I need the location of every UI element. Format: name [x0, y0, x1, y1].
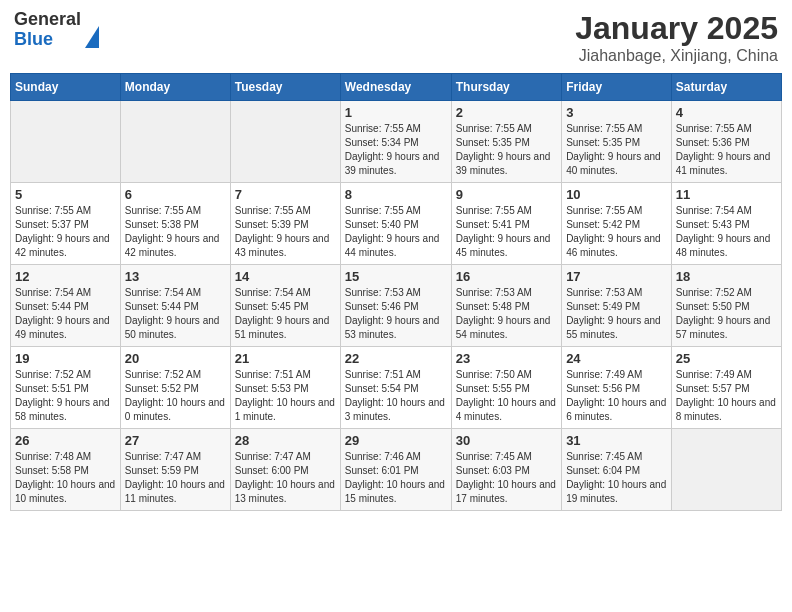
- day-number: 17: [566, 269, 667, 284]
- day-number: 7: [235, 187, 336, 202]
- day-cell: 11Sunrise: 7:54 AMSunset: 5:43 PMDayligh…: [671, 183, 781, 265]
- day-number: 26: [15, 433, 116, 448]
- day-cell: 8Sunrise: 7:55 AMSunset: 5:40 PMDaylight…: [340, 183, 451, 265]
- day-number: 10: [566, 187, 667, 202]
- day-cell: [120, 101, 230, 183]
- weekday-header-saturday: Saturday: [671, 74, 781, 101]
- day-number: 30: [456, 433, 557, 448]
- day-cell: 17Sunrise: 7:53 AMSunset: 5:49 PMDayligh…: [562, 265, 672, 347]
- day-number: 1: [345, 105, 447, 120]
- day-info: Sunrise: 7:51 AMSunset: 5:53 PMDaylight:…: [235, 368, 336, 424]
- day-info: Sunrise: 7:53 AMSunset: 5:46 PMDaylight:…: [345, 286, 447, 342]
- weekday-header-wednesday: Wednesday: [340, 74, 451, 101]
- day-info: Sunrise: 7:55 AMSunset: 5:36 PMDaylight:…: [676, 122, 777, 178]
- day-info: Sunrise: 7:55 AMSunset: 5:41 PMDaylight:…: [456, 204, 557, 260]
- day-number: 12: [15, 269, 116, 284]
- day-number: 23: [456, 351, 557, 366]
- day-cell: 16Sunrise: 7:53 AMSunset: 5:48 PMDayligh…: [451, 265, 561, 347]
- day-number: 25: [676, 351, 777, 366]
- logo: General Blue: [14, 10, 99, 50]
- day-cell: 28Sunrise: 7:47 AMSunset: 6:00 PMDayligh…: [230, 429, 340, 511]
- day-info: Sunrise: 7:54 AMSunset: 5:43 PMDaylight:…: [676, 204, 777, 260]
- week-row-5: 26Sunrise: 7:48 AMSunset: 5:58 PMDayligh…: [11, 429, 782, 511]
- calendar-title: January 2025: [575, 10, 778, 47]
- day-info: Sunrise: 7:47 AMSunset: 6:00 PMDaylight:…: [235, 450, 336, 506]
- day-info: Sunrise: 7:55 AMSunset: 5:37 PMDaylight:…: [15, 204, 116, 260]
- day-cell: 5Sunrise: 7:55 AMSunset: 5:37 PMDaylight…: [11, 183, 121, 265]
- day-number: 4: [676, 105, 777, 120]
- day-cell: [11, 101, 121, 183]
- day-number: 28: [235, 433, 336, 448]
- calendar-header: SundayMondayTuesdayWednesdayThursdayFrid…: [11, 74, 782, 101]
- day-info: Sunrise: 7:45 AMSunset: 6:03 PMDaylight:…: [456, 450, 557, 506]
- day-cell: 19Sunrise: 7:52 AMSunset: 5:51 PMDayligh…: [11, 347, 121, 429]
- day-cell: 14Sunrise: 7:54 AMSunset: 5:45 PMDayligh…: [230, 265, 340, 347]
- day-info: Sunrise: 7:49 AMSunset: 5:57 PMDaylight:…: [676, 368, 777, 424]
- day-cell: 10Sunrise: 7:55 AMSunset: 5:42 PMDayligh…: [562, 183, 672, 265]
- day-number: 21: [235, 351, 336, 366]
- day-number: 11: [676, 187, 777, 202]
- day-number: 31: [566, 433, 667, 448]
- day-cell: 1Sunrise: 7:55 AMSunset: 5:34 PMDaylight…: [340, 101, 451, 183]
- day-number: 16: [456, 269, 557, 284]
- day-cell: 23Sunrise: 7:50 AMSunset: 5:55 PMDayligh…: [451, 347, 561, 429]
- day-cell: 30Sunrise: 7:45 AMSunset: 6:03 PMDayligh…: [451, 429, 561, 511]
- day-cell: 9Sunrise: 7:55 AMSunset: 5:41 PMDaylight…: [451, 183, 561, 265]
- calendar-body: 1Sunrise: 7:55 AMSunset: 5:34 PMDaylight…: [11, 101, 782, 511]
- day-info: Sunrise: 7:55 AMSunset: 5:34 PMDaylight:…: [345, 122, 447, 178]
- day-number: 20: [125, 351, 226, 366]
- day-info: Sunrise: 7:51 AMSunset: 5:54 PMDaylight:…: [345, 368, 447, 424]
- day-info: Sunrise: 7:49 AMSunset: 5:56 PMDaylight:…: [566, 368, 667, 424]
- day-number: 2: [456, 105, 557, 120]
- week-row-1: 1Sunrise: 7:55 AMSunset: 5:34 PMDaylight…: [11, 101, 782, 183]
- day-info: Sunrise: 7:54 AMSunset: 5:45 PMDaylight:…: [235, 286, 336, 342]
- day-number: 18: [676, 269, 777, 284]
- day-number: 5: [15, 187, 116, 202]
- day-cell: 7Sunrise: 7:55 AMSunset: 5:39 PMDaylight…: [230, 183, 340, 265]
- day-number: 9: [456, 187, 557, 202]
- day-cell: [230, 101, 340, 183]
- weekday-header-row: SundayMondayTuesdayWednesdayThursdayFrid…: [11, 74, 782, 101]
- day-cell: 22Sunrise: 7:51 AMSunset: 5:54 PMDayligh…: [340, 347, 451, 429]
- day-cell: 15Sunrise: 7:53 AMSunset: 5:46 PMDayligh…: [340, 265, 451, 347]
- day-cell: 27Sunrise: 7:47 AMSunset: 5:59 PMDayligh…: [120, 429, 230, 511]
- day-info: Sunrise: 7:55 AMSunset: 5:39 PMDaylight:…: [235, 204, 336, 260]
- day-info: Sunrise: 7:53 AMSunset: 5:49 PMDaylight:…: [566, 286, 667, 342]
- day-number: 27: [125, 433, 226, 448]
- day-cell: 13Sunrise: 7:54 AMSunset: 5:44 PMDayligh…: [120, 265, 230, 347]
- day-cell: 3Sunrise: 7:55 AMSunset: 5:35 PMDaylight…: [562, 101, 672, 183]
- day-cell: 20Sunrise: 7:52 AMSunset: 5:52 PMDayligh…: [120, 347, 230, 429]
- day-info: Sunrise: 7:55 AMSunset: 5:38 PMDaylight:…: [125, 204, 226, 260]
- week-row-2: 5Sunrise: 7:55 AMSunset: 5:37 PMDaylight…: [11, 183, 782, 265]
- day-number: 19: [15, 351, 116, 366]
- weekday-header-tuesday: Tuesday: [230, 74, 340, 101]
- day-info: Sunrise: 7:55 AMSunset: 5:35 PMDaylight:…: [456, 122, 557, 178]
- day-cell: 31Sunrise: 7:45 AMSunset: 6:04 PMDayligh…: [562, 429, 672, 511]
- logo-triangle-icon: [85, 26, 99, 48]
- day-number: 3: [566, 105, 667, 120]
- day-info: Sunrise: 7:55 AMSunset: 5:42 PMDaylight:…: [566, 204, 667, 260]
- day-info: Sunrise: 7:53 AMSunset: 5:48 PMDaylight:…: [456, 286, 557, 342]
- day-cell: [671, 429, 781, 511]
- day-info: Sunrise: 7:55 AMSunset: 5:35 PMDaylight:…: [566, 122, 667, 178]
- day-number: 22: [345, 351, 447, 366]
- day-cell: 26Sunrise: 7:48 AMSunset: 5:58 PMDayligh…: [11, 429, 121, 511]
- logo-general: General: [14, 10, 81, 30]
- day-cell: 6Sunrise: 7:55 AMSunset: 5:38 PMDaylight…: [120, 183, 230, 265]
- day-number: 29: [345, 433, 447, 448]
- day-number: 13: [125, 269, 226, 284]
- day-info: Sunrise: 7:54 AMSunset: 5:44 PMDaylight:…: [125, 286, 226, 342]
- title-block: January 2025 Jiahanbage, Xinjiang, China: [575, 10, 778, 65]
- day-info: Sunrise: 7:46 AMSunset: 6:01 PMDaylight:…: [345, 450, 447, 506]
- day-number: 6: [125, 187, 226, 202]
- logo-blue: Blue: [14, 30, 81, 50]
- week-row-3: 12Sunrise: 7:54 AMSunset: 5:44 PMDayligh…: [11, 265, 782, 347]
- day-cell: 24Sunrise: 7:49 AMSunset: 5:56 PMDayligh…: [562, 347, 672, 429]
- day-info: Sunrise: 7:52 AMSunset: 5:52 PMDaylight:…: [125, 368, 226, 424]
- day-info: Sunrise: 7:45 AMSunset: 6:04 PMDaylight:…: [566, 450, 667, 506]
- day-number: 8: [345, 187, 447, 202]
- calendar-table: SundayMondayTuesdayWednesdayThursdayFrid…: [10, 73, 782, 511]
- week-row-4: 19Sunrise: 7:52 AMSunset: 5:51 PMDayligh…: [11, 347, 782, 429]
- day-number: 15: [345, 269, 447, 284]
- weekday-header-friday: Friday: [562, 74, 672, 101]
